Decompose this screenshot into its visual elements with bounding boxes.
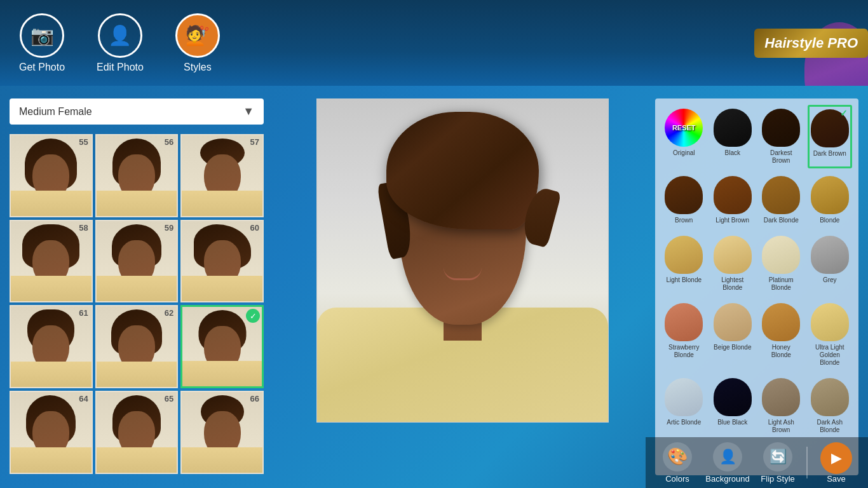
color-dark-brown[interactable]: Dark Brown xyxy=(808,105,853,168)
color-darkest-brown[interactable]: Darkest Brown xyxy=(759,105,804,168)
color-dark-blonde[interactable]: Dark Blonde xyxy=(759,172,804,228)
style-number: 60 xyxy=(250,223,259,233)
color-blonde-label: Blonde xyxy=(820,217,839,224)
toolbar-background[interactable]: 👤 Background xyxy=(706,442,749,484)
color-honey-blonde-label: Honey Blonde xyxy=(761,344,801,359)
toolbar-flip-style[interactable]: 🔄 Flip Style xyxy=(759,442,797,484)
color-light-blonde[interactable]: Light Blonde xyxy=(661,232,707,295)
preview-image xyxy=(316,98,609,423)
style-item-65[interactable]: 65 xyxy=(95,391,179,474)
color-blue-black-label: Blue Black xyxy=(717,419,747,426)
bottom-toolbar: 🎨 Colors 👤 Background 🔄 Flip Style ▶ Sav… xyxy=(646,437,868,488)
color-beige-blonde-label: Beige Blonde xyxy=(714,344,752,351)
color-original[interactable]: RESET Original xyxy=(661,105,707,168)
toolbar-flip-style-label: Flip Style xyxy=(761,474,794,484)
color-light-ash-brown[interactable]: Light Ash Brown xyxy=(759,374,804,438)
style-number: 59 xyxy=(165,223,173,233)
color-strawberry-blonde[interactable]: Strawberry Blonde xyxy=(661,299,707,370)
style-item-60[interactable]: 60 xyxy=(180,220,264,303)
color-light-brown[interactable]: Light Brown xyxy=(710,172,756,228)
color-brown-swatch xyxy=(665,176,703,214)
color-dark-brown-swatch xyxy=(811,109,849,147)
color-light-blonde-label: Light Blonde xyxy=(666,276,702,284)
style-item-62[interactable]: 62 xyxy=(95,305,179,388)
nav-edit-photo-label: Edit Photo xyxy=(97,62,144,73)
color-strawberry-blonde-label: Strawberry Blonde xyxy=(664,344,704,359)
color-beige-blonde[interactable]: Beige Blonde xyxy=(710,299,756,370)
color-light-brown-swatch xyxy=(714,176,752,214)
style-number: 65 xyxy=(165,394,173,403)
color-dark-brown-label: Dark Brown xyxy=(813,150,846,158)
dropdown-value: Medium Female xyxy=(19,106,92,118)
toolbar-colors[interactable]: 🎨 Colors xyxy=(658,442,696,484)
color-blue-black[interactable]: Blue Black xyxy=(710,374,756,438)
style-item-66[interactable]: 66 xyxy=(180,391,264,474)
nav-styles-label: Styles xyxy=(184,62,212,73)
colors-grid: RESET Original Black Darkest Brown Dark … xyxy=(661,105,852,438)
color-strawberry-blonde-swatch xyxy=(665,303,703,341)
color-beige-blonde-swatch xyxy=(714,303,752,341)
style-item-63[interactable]: ✓ xyxy=(180,305,264,388)
color-black-label: Black xyxy=(725,149,740,157)
nav-get-photo[interactable]: 📷 Get Photo xyxy=(19,13,65,73)
color-ultra-light-golden-blonde[interactable]: Ultra Light Golden Blonde xyxy=(808,299,853,370)
color-black[interactable]: Black xyxy=(710,105,756,168)
style-number: 55 xyxy=(79,137,88,147)
styles-grid: 55 56 57 xyxy=(10,134,264,474)
color-blonde-swatch xyxy=(811,176,849,214)
color-platinum-blonde[interactable]: Platinum Blonde xyxy=(759,232,804,295)
color-darkest-brown-swatch xyxy=(762,109,800,147)
style-item-59[interactable]: 59 xyxy=(95,220,179,303)
color-dark-ash-blonde-swatch xyxy=(811,378,849,416)
color-brown-label: Brown xyxy=(675,217,693,224)
topnav: 📷 Get Photo 👤 Edit Photo 💇 Styles Hairst… xyxy=(0,0,868,86)
color-light-ash-brown-swatch xyxy=(762,378,800,416)
style-item-61[interactable]: 61 xyxy=(10,305,93,388)
reset-swatch: RESET xyxy=(665,109,703,147)
style-item-57[interactable]: 57 xyxy=(180,134,264,217)
flip-style-icon: 🔄 xyxy=(763,442,792,471)
color-light-blonde-swatch xyxy=(665,236,703,274)
styles-icon: 💇 xyxy=(175,13,220,58)
nav-styles[interactable]: 💇 Styles xyxy=(175,13,220,73)
color-darkest-brown-label: Darkest Brown xyxy=(761,149,801,165)
style-number: 62 xyxy=(165,308,173,318)
color-blonde[interactable]: Blonde xyxy=(808,172,853,228)
color-ultra-light-golden-blonde-swatch xyxy=(811,303,849,341)
save-icon: ▶ xyxy=(820,442,852,474)
color-dark-blonde-swatch xyxy=(762,176,800,214)
dropdown-button[interactable]: Medium Female ▼ xyxy=(10,98,264,125)
nav-get-photo-label: Get Photo xyxy=(19,62,65,73)
nav-edit-photo[interactable]: 👤 Edit Photo xyxy=(97,13,144,73)
color-grey-swatch xyxy=(811,236,849,274)
preview-panel xyxy=(273,86,652,488)
color-dark-ash-blonde[interactable]: Dark Ash Blonde xyxy=(808,374,853,438)
style-item-58[interactable]: 58 xyxy=(10,220,93,303)
edit-photo-icon: 👤 xyxy=(98,13,142,58)
color-platinum-blonde-swatch xyxy=(762,236,800,274)
logo-area: Hairstyle PRO xyxy=(677,0,868,86)
style-category-dropdown[interactable]: Medium Female ▼ xyxy=(10,98,264,125)
color-light-ash-brown-label: Light Ash Brown xyxy=(761,419,801,434)
style-number: 57 xyxy=(250,137,259,147)
color-grey-label: Grey xyxy=(823,276,837,284)
background-icon: 👤 xyxy=(713,442,742,471)
style-number: 64 xyxy=(79,394,88,403)
color-light-brown-label: Light Brown xyxy=(715,217,749,224)
color-blue-black-swatch xyxy=(714,378,752,416)
style-number: 56 xyxy=(165,137,173,147)
color-lightest-blonde[interactable]: Lightest Blonde xyxy=(710,232,756,295)
toolbar-save[interactable]: ▶ Save xyxy=(817,442,855,484)
color-artic-blonde[interactable]: Artic Blonde xyxy=(661,374,707,438)
style-item-56[interactable]: 56 xyxy=(95,134,179,217)
color-brown[interactable]: Brown xyxy=(661,172,707,228)
get-photo-icon: 📷 xyxy=(20,13,64,58)
color-honey-blonde[interactable]: Honey Blonde xyxy=(759,299,804,370)
style-number: 66 xyxy=(250,394,259,403)
style-item-55[interactable]: 55 xyxy=(10,134,93,217)
color-grey[interactable]: Grey xyxy=(808,232,853,295)
color-platinum-blonde-label: Platinum Blonde xyxy=(761,276,801,292)
style-item-64[interactable]: 64 xyxy=(10,391,93,474)
color-honey-blonde-swatch xyxy=(762,303,800,341)
toolbar-divider xyxy=(806,447,808,478)
